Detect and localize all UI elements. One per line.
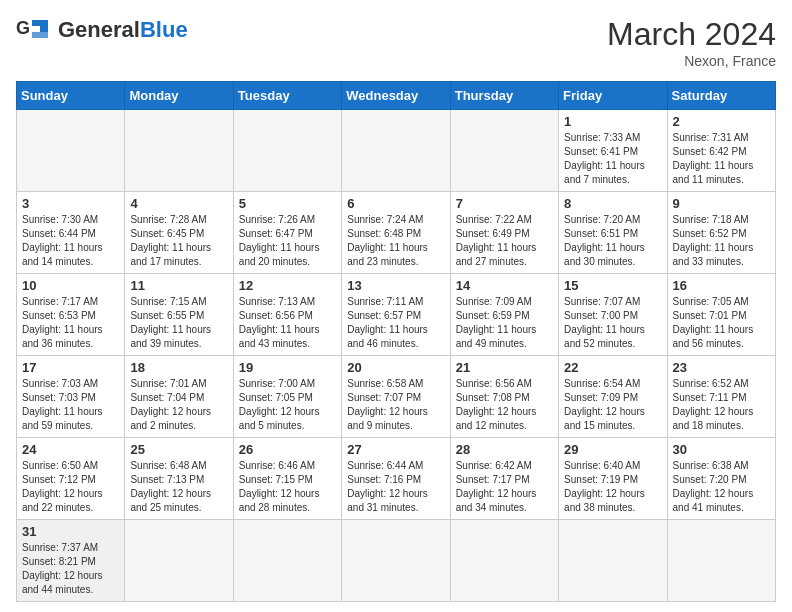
day-info: Sunrise: 7:09 AM Sunset: 6:59 PM Dayligh… [456,295,553,351]
calendar-cell: 13Sunrise: 7:11 AM Sunset: 6:57 PM Dayli… [342,274,450,356]
calendar-cell: 17Sunrise: 7:03 AM Sunset: 7:03 PM Dayli… [17,356,125,438]
calendar-cell: 20Sunrise: 6:58 AM Sunset: 7:07 PM Dayli… [342,356,450,438]
day-info: Sunrise: 7:31 AM Sunset: 6:42 PM Dayligh… [673,131,770,187]
day-info: Sunrise: 7:05 AM Sunset: 7:01 PM Dayligh… [673,295,770,351]
calendar-cell [559,520,667,602]
calendar-cell: 15Sunrise: 7:07 AM Sunset: 7:00 PM Dayli… [559,274,667,356]
calendar-cell: 22Sunrise: 6:54 AM Sunset: 7:09 PM Dayli… [559,356,667,438]
calendar-cell [342,110,450,192]
day-info: Sunrise: 6:40 AM Sunset: 7:19 PM Dayligh… [564,459,661,515]
day-info: Sunrise: 6:42 AM Sunset: 7:17 PM Dayligh… [456,459,553,515]
calendar-week-row: 1Sunrise: 7:33 AM Sunset: 6:41 PM Daylig… [17,110,776,192]
day-number: 12 [239,278,336,293]
calendar-cell [17,110,125,192]
calendar-cell: 27Sunrise: 6:44 AM Sunset: 7:16 PM Dayli… [342,438,450,520]
day-number: 15 [564,278,661,293]
day-number: 24 [22,442,119,457]
day-info: Sunrise: 7:20 AM Sunset: 6:51 PM Dayligh… [564,213,661,269]
calendar-cell: 12Sunrise: 7:13 AM Sunset: 6:56 PM Dayli… [233,274,341,356]
calendar-cell: 30Sunrise: 6:38 AM Sunset: 7:20 PM Dayli… [667,438,775,520]
day-info: Sunrise: 7:28 AM Sunset: 6:45 PM Dayligh… [130,213,227,269]
calendar-cell [125,110,233,192]
day-number: 9 [673,196,770,211]
calendar-cell: 14Sunrise: 7:09 AM Sunset: 6:59 PM Dayli… [450,274,558,356]
day-number: 31 [22,524,119,539]
day-number: 7 [456,196,553,211]
day-number: 13 [347,278,444,293]
day-info: Sunrise: 7:22 AM Sunset: 6:49 PM Dayligh… [456,213,553,269]
calendar-week-row: 3Sunrise: 7:30 AM Sunset: 6:44 PM Daylig… [17,192,776,274]
day-info: Sunrise: 7:33 AM Sunset: 6:41 PM Dayligh… [564,131,661,187]
calendar-cell: 25Sunrise: 6:48 AM Sunset: 7:13 PM Dayli… [125,438,233,520]
day-info: Sunrise: 6:58 AM Sunset: 7:07 PM Dayligh… [347,377,444,433]
day-info: Sunrise: 7:01 AM Sunset: 7:04 PM Dayligh… [130,377,227,433]
day-number: 2 [673,114,770,129]
calendar-cell: 9Sunrise: 7:18 AM Sunset: 6:52 PM Daylig… [667,192,775,274]
day-number: 4 [130,196,227,211]
calendar-cell [233,520,341,602]
day-info: Sunrise: 6:50 AM Sunset: 7:12 PM Dayligh… [22,459,119,515]
day-info: Sunrise: 7:17 AM Sunset: 6:53 PM Dayligh… [22,295,119,351]
month-title: March 2024 [607,16,776,53]
calendar-cell: 16Sunrise: 7:05 AM Sunset: 7:01 PM Dayli… [667,274,775,356]
calendar-cell: 10Sunrise: 7:17 AM Sunset: 6:53 PM Dayli… [17,274,125,356]
calendar-cell [125,520,233,602]
day-number: 17 [22,360,119,375]
day-number: 27 [347,442,444,457]
day-info: Sunrise: 7:18 AM Sunset: 6:52 PM Dayligh… [673,213,770,269]
calendar-cell: 23Sunrise: 6:52 AM Sunset: 7:11 PM Dayli… [667,356,775,438]
day-number: 8 [564,196,661,211]
day-info: Sunrise: 7:30 AM Sunset: 6:44 PM Dayligh… [22,213,119,269]
calendar-cell: 18Sunrise: 7:01 AM Sunset: 7:04 PM Dayli… [125,356,233,438]
col-header-monday: Monday [125,82,233,110]
day-number: 16 [673,278,770,293]
day-info: Sunrise: 6:44 AM Sunset: 7:16 PM Dayligh… [347,459,444,515]
calendar-cell: 7Sunrise: 7:22 AM Sunset: 6:49 PM Daylig… [450,192,558,274]
svg-marker-1 [32,20,48,32]
calendar-cell [667,520,775,602]
logo: G GeneralBlue [16,16,188,44]
day-info: Sunrise: 6:48 AM Sunset: 7:13 PM Dayligh… [130,459,227,515]
col-header-wednesday: Wednesday [342,82,450,110]
day-info: Sunrise: 6:56 AM Sunset: 7:08 PM Dayligh… [456,377,553,433]
calendar-header-row: SundayMondayTuesdayWednesdayThursdayFrid… [17,82,776,110]
calendar-week-row: 17Sunrise: 7:03 AM Sunset: 7:03 PM Dayli… [17,356,776,438]
day-number: 5 [239,196,336,211]
day-info: Sunrise: 6:46 AM Sunset: 7:15 PM Dayligh… [239,459,336,515]
calendar-cell [450,520,558,602]
day-number: 21 [456,360,553,375]
day-number: 3 [22,196,119,211]
day-number: 10 [22,278,119,293]
svg-text:G: G [16,18,30,38]
day-number: 30 [673,442,770,457]
logo-text: GeneralBlue [58,17,188,43]
day-info: Sunrise: 7:26 AM Sunset: 6:47 PM Dayligh… [239,213,336,269]
day-info: Sunrise: 7:11 AM Sunset: 6:57 PM Dayligh… [347,295,444,351]
day-info: Sunrise: 6:54 AM Sunset: 7:09 PM Dayligh… [564,377,661,433]
day-info: Sunrise: 7:15 AM Sunset: 6:55 PM Dayligh… [130,295,227,351]
calendar-cell: 11Sunrise: 7:15 AM Sunset: 6:55 PM Dayli… [125,274,233,356]
day-number: 14 [456,278,553,293]
day-number: 18 [130,360,227,375]
day-info: Sunrise: 7:07 AM Sunset: 7:00 PM Dayligh… [564,295,661,351]
col-header-tuesday: Tuesday [233,82,341,110]
title-block: March 2024 Nexon, France [607,16,776,69]
day-number: 26 [239,442,336,457]
day-number: 23 [673,360,770,375]
day-number: 29 [564,442,661,457]
calendar-week-row: 24Sunrise: 6:50 AM Sunset: 7:12 PM Dayli… [17,438,776,520]
calendar-cell: 5Sunrise: 7:26 AM Sunset: 6:47 PM Daylig… [233,192,341,274]
day-info: Sunrise: 6:38 AM Sunset: 7:20 PM Dayligh… [673,459,770,515]
calendar-cell: 8Sunrise: 7:20 AM Sunset: 6:51 PM Daylig… [559,192,667,274]
calendar-cell: 24Sunrise: 6:50 AM Sunset: 7:12 PM Dayli… [17,438,125,520]
day-info: Sunrise: 7:24 AM Sunset: 6:48 PM Dayligh… [347,213,444,269]
day-number: 6 [347,196,444,211]
day-info: Sunrise: 7:00 AM Sunset: 7:05 PM Dayligh… [239,377,336,433]
day-info: Sunrise: 7:37 AM Sunset: 8:21 PM Dayligh… [22,541,119,597]
logo-icon: G [16,16,52,44]
col-header-sunday: Sunday [17,82,125,110]
col-header-saturday: Saturday [667,82,775,110]
day-number: 25 [130,442,227,457]
day-number: 1 [564,114,661,129]
calendar-table: SundayMondayTuesdayWednesdayThursdayFrid… [16,81,776,602]
